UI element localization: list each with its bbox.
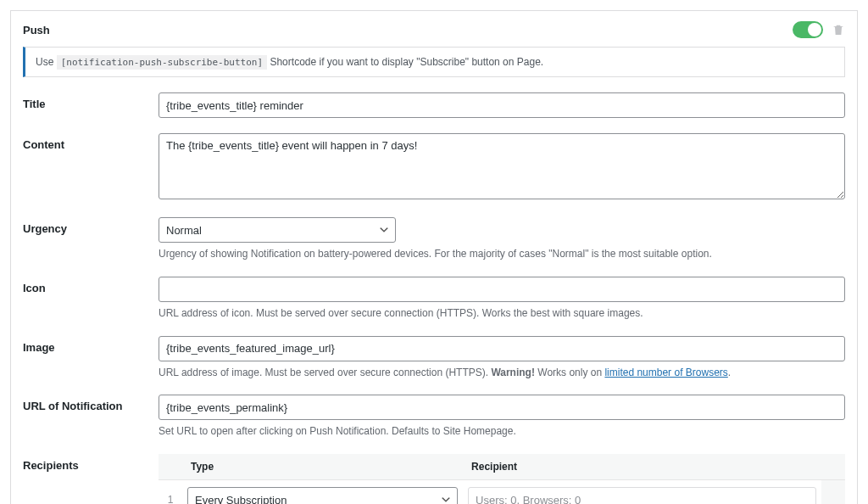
row-url: URL of Notification Set URL to open afte… [23, 395, 845, 439]
row-number: 1 [159, 480, 182, 504]
panel-header: Push [23, 21, 845, 38]
label-icon: Icon [23, 277, 159, 321]
recipients-table: Type Recipient 1 Every Subscription [159, 454, 845, 504]
col-recipient-header: Recipient [463, 454, 821, 480]
col-actions [821, 454, 845, 480]
info-banner: Use [notification-push-subscribe-button]… [23, 47, 845, 77]
label-image: Image [23, 336, 159, 380]
banner-suffix: Shortcode if you want to display "Subscr… [267, 56, 543, 68]
enable-toggle[interactable] [793, 21, 823, 38]
icon-help: URL address of icon. Must be served over… [159, 306, 845, 321]
table-row: 1 Every Subscription [159, 480, 845, 504]
header-actions [793, 21, 845, 38]
label-url: URL of Notification [23, 395, 159, 439]
image-input[interactable] [159, 336, 845, 361]
image-help: URL address of image. Must be served ove… [159, 366, 845, 380]
panel-title: Push [23, 24, 50, 36]
url-help: Set URL to open after clicking on Push N… [159, 424, 845, 439]
col-handle [159, 454, 182, 480]
recipient-type-select[interactable]: Every Subscription [187, 487, 458, 504]
title-input[interactable] [159, 92, 845, 118]
label-content: Content [23, 133, 159, 202]
trash-icon[interactable] [832, 23, 845, 36]
row-icon: Icon URL address of icon. Must be served… [23, 277, 845, 321]
banner-shortcode: [notification-push-subscribe-button] [57, 55, 267, 70]
label-recipients: Recipients [23, 454, 159, 504]
row-image: Image URL address of image. Must be serv… [23, 336, 845, 380]
row-title: Title [23, 92, 845, 118]
url-input[interactable] [159, 395, 845, 420]
row-urgency: Urgency Normal Urgency of showing Notifi… [23, 217, 845, 261]
icon-input[interactable] [159, 277, 845, 302]
label-title: Title [23, 92, 159, 118]
col-type-header: Type [182, 454, 463, 480]
row-recipients: Recipients Type Recipient 1 [23, 454, 845, 504]
recipient-display [468, 487, 816, 504]
label-urgency: Urgency [23, 217, 159, 261]
browsers-link[interactable]: limited number of Browsers [604, 367, 727, 378]
urgency-select[interactable]: Normal [159, 217, 396, 243]
content-textarea[interactable]: The {tribe_events_title} event will happ… [159, 133, 845, 199]
banner-prefix: Use [36, 56, 57, 68]
row-content: Content The {tribe_events_title} event w… [23, 133, 845, 202]
push-panel: Push Use [notification-push-subscribe-bu… [10, 10, 858, 504]
urgency-help: Urgency of showing Notification on batte… [159, 247, 845, 261]
